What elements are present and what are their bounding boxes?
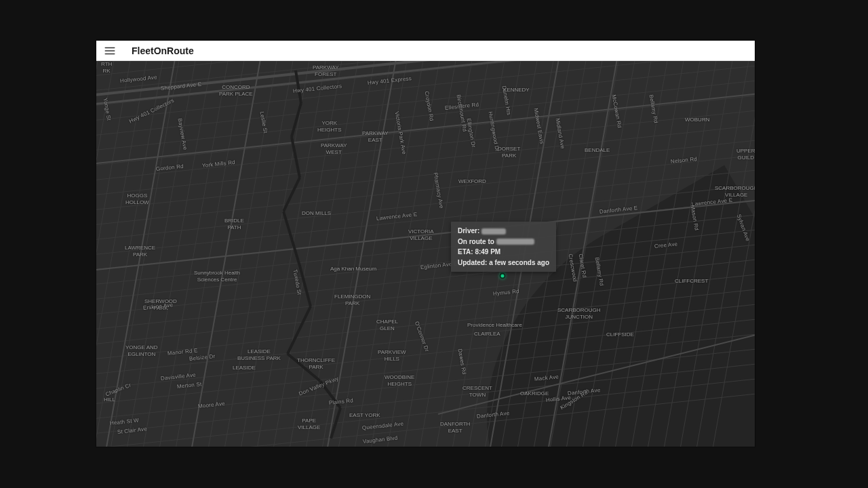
tooltip-driver-redacted — [481, 228, 506, 235]
hamburger-icon — [104, 45, 116, 57]
tooltip-eta-line: ETA: 8:49 PM — [458, 247, 549, 258]
vehicle-marker[interactable] — [500, 273, 506, 279]
tooltip-updated-label: Updated: — [458, 259, 487, 266]
tooltip-route-line: On route to — [458, 237, 549, 247]
tooltip-updated-value: a few seconds ago — [489, 259, 549, 266]
vehicle-tooltip: Driver: On route to ETA: 8:49 PM Updated… — [451, 222, 556, 272]
app-title: FleetOnRoute — [132, 45, 194, 56]
app-header: FleetOnRoute — [96, 41, 755, 61]
tooltip-driver-line: Driver: — [458, 226, 549, 237]
app-window: FleetOnRoute RTH RKCONCORD PARK PLACEPAR… — [96, 41, 755, 447]
tooltip-route-label: On route to — [458, 238, 494, 245]
map-canvas[interactable]: RTH RKCONCORD PARK PLACEPARKWAY FORESTKE… — [96, 61, 755, 447]
tooltip-eta-value: 8:49 PM — [475, 248, 500, 256]
tooltip-driver-label: Driver: — [458, 227, 479, 235]
tooltip-eta-label: ETA: — [458, 248, 473, 256]
tooltip-route-redacted — [496, 239, 534, 245]
tooltip-updated-line: Updated: a few seconds ago — [458, 258, 549, 268]
road-grid — [96, 61, 755, 447]
menu-button[interactable] — [100, 41, 119, 60]
